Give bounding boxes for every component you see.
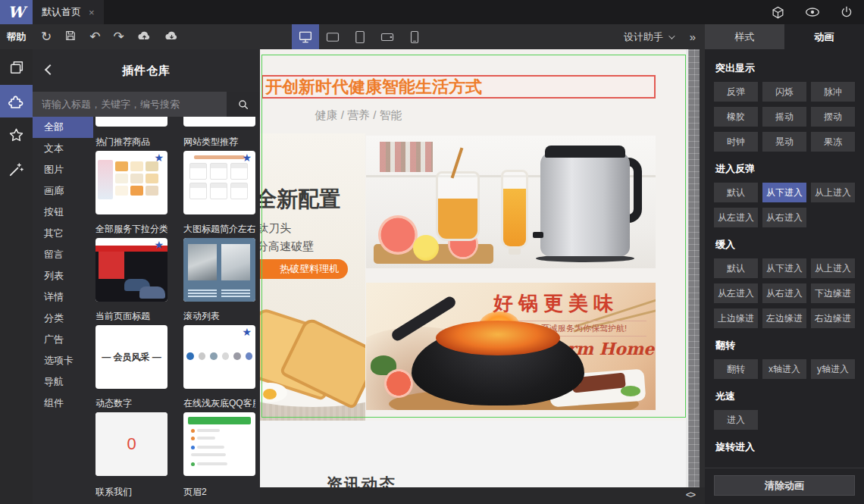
app-logo[interactable]: W (0, 0, 33, 24)
help-button[interactable]: 帮助 (0, 24, 33, 49)
device-preview-group (292, 24, 428, 49)
wok-banner-title: 好锅更美味 (493, 290, 618, 317)
category-all[interactable]: 全部 (33, 117, 93, 138)
publish-box-icon[interactable] (771, 5, 785, 20)
plugin-search-input[interactable] (33, 92, 227, 117)
tab-style[interactable]: 样式 (705, 24, 784, 49)
plugin-title: 页眉2 (183, 486, 255, 498)
collapse-panel-button[interactable]: » (690, 24, 696, 49)
anim-button[interactable]: 果冻 (811, 132, 855, 152)
plugin-card-partial[interactable] (183, 117, 255, 127)
plugin-thumbnail (189, 163, 249, 208)
category-message[interactable]: 留言 (33, 244, 93, 265)
banner-blender-line1: 钛刀头 (260, 221, 291, 236)
save-icon[interactable] (64, 30, 77, 45)
power-exit-icon[interactable] (840, 5, 853, 19)
banner-blender-line2: 分高速破壁 (260, 239, 314, 254)
banner-blender[interactable]: 全新配置 钛刀头 分高速破壁 热破壁料理机 (260, 133, 365, 421)
cloud-upload-icon[interactable] (137, 30, 152, 44)
anim-button[interactable]: 脉冲 (811, 82, 855, 102)
anim-button[interactable]: 闪烁 (762, 82, 806, 102)
undo-icon[interactable]: ↶ (89, 30, 100, 43)
plugin-card-dynamic-number[interactable]: 0 (95, 412, 167, 476)
plugin-card-big-image-slider[interactable] (183, 238, 255, 302)
logo-text: W (8, 3, 24, 21)
tab-close-icon[interactable]: × (89, 7, 95, 18)
anim-button[interactable]: 从上进入 (811, 258, 855, 278)
plugin-card-hot-products[interactable]: ★ (95, 151, 167, 214)
plugin-title: 全部服务下拉分类带... (95, 223, 167, 235)
anim-button[interactable]: y轴进入 (811, 359, 855, 379)
anim-button[interactable]: 翻转 (714, 359, 758, 379)
stir-fry-graphic (436, 321, 560, 355)
hero-title-text: 开创新时代健康智能生活方式 (263, 77, 654, 97)
page-tab[interactable]: 默认首页 × (33, 0, 104, 24)
anim-button[interactable]: 晃动 (762, 132, 806, 152)
plugin-card-site-types[interactable]: ★ (183, 151, 255, 214)
anim-button[interactable]: 上边缘进 (714, 308, 758, 328)
plugin-card-dropdown-nav[interactable]: ★ (95, 238, 167, 302)
anim-button[interactable]: 从右进入 (762, 283, 806, 303)
category-nav[interactable]: 导航 (33, 371, 93, 393)
plugin-card-scroll-list[interactable]: ★ (183, 325, 255, 389)
preview-eye-icon[interactable] (805, 6, 820, 18)
category-ad[interactable]: 广告 (33, 329, 93, 350)
plugin-card-page-title[interactable]: — 会员风采 — (95, 325, 167, 389)
category-detail[interactable]: 详情 (33, 286, 93, 308)
anim-button[interactable]: x轴进入 (762, 359, 806, 379)
device-tablet-landscape-icon[interactable] (319, 24, 346, 49)
anim-button[interactable]: 下边缘进 (811, 283, 855, 303)
anim-button[interactable]: 从下进入 (762, 258, 806, 278)
rail-pages-icon[interactable] (0, 51, 33, 83)
category-image[interactable]: 图片 (33, 159, 93, 180)
device-desktop-icon[interactable] (292, 24, 319, 49)
category-tabs[interactable]: 选项卡 (33, 350, 93, 371)
anim-button[interactable]: 默认 (714, 183, 758, 202)
device-phone-landscape-icon[interactable] (374, 24, 401, 49)
device-tablet-portrait-icon[interactable] (346, 24, 374, 49)
search-button[interactable] (227, 92, 260, 117)
anim-button[interactable]: 橡胶 (714, 107, 758, 127)
hero-title-selected-element[interactable]: 开创新时代健康智能生活方式 (261, 75, 656, 99)
anim-button[interactable]: 从右进入 (762, 208, 806, 227)
anim-button[interactable]: 默认 (714, 258, 758, 278)
rail-favorites-icon[interactable] (0, 119, 33, 152)
category-other[interactable]: 其它 (33, 223, 93, 244)
anim-button[interactable]: 左边缘进 (762, 308, 806, 328)
anim-button[interactable]: 摇动 (762, 107, 806, 127)
design-assistant-dropdown[interactable]: 设计助手 (624, 24, 673, 49)
plugin-thumbnail (191, 429, 195, 433)
anim-button[interactable]: 从左进入 (714, 283, 758, 303)
anim-button[interactable]: 从上进入 (811, 183, 855, 202)
category-text[interactable]: 文本 (33, 138, 93, 159)
code-view-icon[interactable]: <> (686, 489, 694, 500)
anim-button[interactable]: 右边缘进 (811, 308, 855, 328)
device-phone-portrait-icon[interactable] (401, 24, 428, 49)
anim-button[interactable]: 反弹 (714, 82, 758, 102)
back-chevron-icon[interactable] (45, 64, 55, 75)
cloud-download-icon[interactable] (164, 30, 179, 44)
anim-button[interactable]: 从左进入 (714, 208, 758, 227)
category-list[interactable]: 列表 (33, 265, 93, 286)
banner-wok-image[interactable]: 好锅更美味 无忧购物，至诚服务为你保驾护航! Warm Home (366, 283, 656, 410)
anim-button[interactable]: 时钟 (714, 132, 758, 152)
category-component[interactable]: 组件 (33, 393, 93, 414)
rail-wand-icon[interactable] (0, 153, 33, 186)
category-button[interactable]: 按钮 (33, 202, 93, 223)
plugin-card-partial[interactable] (95, 117, 167, 127)
category-gallery[interactable]: 画廊 (33, 180, 93, 202)
lemon-graphic (413, 235, 439, 261)
plugin-card-qq-service[interactable] (183, 412, 255, 476)
clear-animation-button[interactable]: 清除动画 (714, 475, 855, 496)
rail-plugins-icon[interactable] (0, 85, 33, 117)
banner-blender-pill: 热破壁料理机 (260, 259, 348, 279)
anim-button-active[interactable]: 从下进入 (762, 183, 806, 202)
canvas-scrollbar[interactable] (688, 49, 700, 487)
anim-button[interactable]: 摆动 (811, 107, 855, 127)
category-classify[interactable]: 分类 (33, 308, 93, 329)
redo-icon[interactable]: ↷ (114, 30, 124, 43)
tab-animation[interactable]: 动画 (784, 24, 864, 49)
refresh-icon[interactable]: ↻ (41, 30, 52, 43)
anim-button[interactable]: 进入 (714, 410, 758, 430)
banner-kettle-image[interactable] (366, 136, 656, 268)
